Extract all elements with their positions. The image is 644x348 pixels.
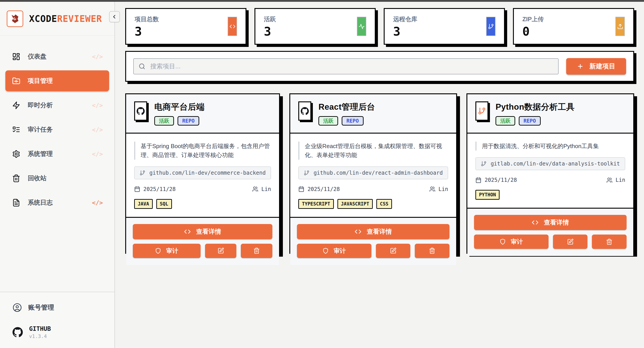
edit-icon [390, 247, 396, 254]
sidebar-collapse-button[interactable] [109, 11, 120, 22]
project-cards-grid: 电商平台后端 活跃 REPO 基于Spring Boot的电商平台后端服务，包含… [125, 93, 634, 254]
view-details-button[interactable]: 查看详情 [297, 224, 450, 239]
owner-text: Lin [616, 177, 625, 183]
github-icon [12, 327, 23, 337]
status-badge: 活跃 [154, 116, 174, 126]
language-tag: SQL [156, 199, 172, 209]
calendar-icon [476, 177, 482, 183]
sidebar: XCODEREVIEWER 仪表盘 </> 项目管理 即时分析 </> 审计 [0, 2, 115, 348]
sidebar-item-dashboard[interactable]: 仪表盘 </> [5, 46, 109, 67]
new-project-button[interactable]: 新建项目 [566, 58, 626, 75]
project-description: 基于Spring Boot的电商平台后端服务，包含用户管理、商品管理、订单处理等… [134, 142, 271, 160]
repo-url-text: github.com/lin-dev/react-admin-dashboard [314, 170, 443, 176]
code-icon [355, 228, 361, 235]
code-icon [184, 228, 191, 235]
repo-url-text: gitlab.com/lin-dev/data-analysis-toolkit [490, 161, 620, 167]
sidebar-header: XCODEREVIEWER [0, 2, 114, 36]
stat-value: 3 [134, 25, 228, 37]
project-date: 2025/11/28 [134, 186, 176, 192]
main-content: 项目总数 3 活跃 3 远程仓库 3 [115, 2, 644, 348]
sidebar-item-instant-analysis[interactable]: 即时分析 </> [5, 95, 109, 116]
code-deco-icon: </> [92, 199, 103, 206]
project-description: 用于数据清洗、分析和可视化的Python工具集 [476, 142, 625, 151]
repo-badge: REPO [178, 116, 199, 126]
project-owner: Lin [252, 186, 271, 192]
sidebar-item-label: 即时分析 [28, 101, 53, 109]
repo-url: gitlab.com/lin-dev/data-analysis-toolkit [476, 157, 625, 170]
view-details-label: 查看详情 [367, 227, 392, 236]
user-circle-icon [12, 303, 22, 312]
audit-button[interactable]: 审计 [297, 244, 372, 258]
code-deco-icon: </> [92, 126, 103, 133]
tags-row: TYPESCRIPT JAVASCRIPT CSS [298, 199, 448, 209]
project-card-footer: 查看详情 审计 [467, 208, 633, 256]
language-tag: PYTHON [476, 190, 500, 200]
language-tag: TYPESCRIPT [298, 199, 334, 209]
account-management-item[interactable]: 账号管理 [12, 303, 102, 312]
repo-badge: REPO [519, 116, 540, 126]
stat-card-total-projects: 项目总数 3 [125, 8, 246, 45]
project-title: 电商平台后端 [154, 101, 204, 113]
sidebar-item-system-admin[interactable]: 系统管理 </> [5, 143, 109, 165]
sidebar-item-label: 仪表盘 [28, 52, 46, 61]
github-version-item: GITHUB v1.3.4 [12, 325, 102, 339]
users-icon [252, 186, 258, 192]
project-title: Python数据分析工具 [496, 101, 574, 113]
sidebar-item-projects[interactable]: 项目管理 [5, 70, 109, 91]
audit-button[interactable]: 审计 [133, 244, 200, 258]
view-details-button[interactable]: 查看详情 [474, 215, 626, 230]
project-card-python-toolkit: Python数据分析工具 活跃 REPO 用于数据清洗、分析和可视化的Pytho… [466, 93, 634, 254]
language-tag: JAVA [134, 199, 153, 209]
stat-value: 3 [393, 25, 486, 37]
project-toolbar: 新建项目 [125, 51, 634, 82]
repo-url-text: github.com/lin-dev/ecommerce-backend [149, 170, 266, 176]
sidebar-item-audit-tasks[interactable]: 审计任务 </> [5, 119, 109, 140]
stat-icon-box [228, 17, 237, 36]
project-source-box [134, 101, 147, 121]
brand-title: XCODEREVIEWER [29, 14, 102, 24]
view-details-button[interactable]: 查看详情 [133, 224, 272, 239]
folder-git-icon [12, 77, 20, 85]
dashboard-icon [12, 52, 20, 61]
new-project-label: 新建项目 [590, 62, 616, 71]
audit-label: 审计 [334, 247, 346, 255]
gear-icon [12, 150, 20, 158]
sidebar-item-recycle-bin[interactable]: 回收站 [5, 168, 109, 189]
trash-icon [12, 174, 20, 182]
edit-button[interactable] [376, 244, 410, 258]
github-icon [301, 107, 309, 115]
edit-button[interactable] [553, 234, 588, 249]
project-source-box [476, 101, 488, 121]
delete-button[interactable] [241, 244, 272, 258]
language-tag: JAVASCRIPT [338, 199, 373, 209]
delete-button[interactable] [592, 234, 626, 249]
edit-button[interactable] [205, 244, 236, 258]
trash-icon [253, 247, 260, 254]
audit-button[interactable]: 审计 [474, 234, 548, 249]
stat-card-active: 活跃 3 [254, 8, 376, 45]
search-box [133, 58, 558, 74]
stat-card-zip-uploads: ZIP上传 0 [513, 8, 634, 45]
delete-button[interactable] [415, 244, 450, 258]
search-icon [139, 63, 145, 70]
owner-text: Lin [438, 186, 448, 192]
tags-row: JAVA SQL [134, 199, 271, 209]
date-text: 2025/11/28 [143, 186, 176, 192]
account-management-label: 账号管理 [28, 303, 54, 312]
code-icon [532, 219, 538, 226]
project-owner: Lin [606, 177, 625, 183]
repo-badge: REPO [342, 116, 363, 126]
activity-icon [359, 23, 365, 29]
date-text: 2025/11/28 [484, 177, 517, 183]
shield-icon [500, 239, 506, 245]
brand-orange: REVIEWER [57, 14, 102, 24]
stat-label: 远程仓库 [393, 15, 486, 23]
project-owner: Lin [429, 186, 448, 192]
search-input[interactable] [133, 58, 558, 74]
github-label: GITHUB [29, 325, 51, 332]
calendar-icon [134, 186, 140, 192]
sidebar-item-label: 系统日志 [28, 198, 53, 207]
sidebar-item-system-logs[interactable]: 系统日志 </> [5, 192, 109, 213]
version-label: v1.3.4 [29, 334, 51, 339]
chevron-left-icon [112, 14, 118, 20]
